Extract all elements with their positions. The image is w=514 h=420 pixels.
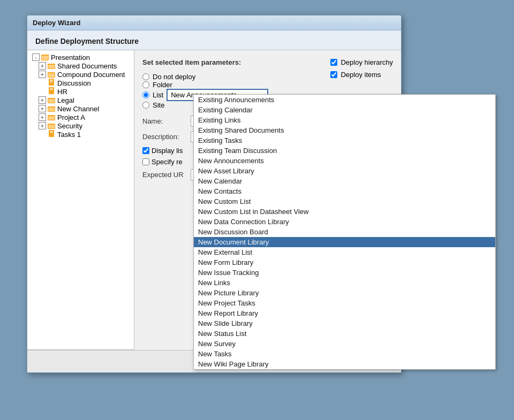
dropdown-option[interactable]: New External List: [194, 247, 495, 257]
dialog-heading: Define Deployment Structure: [35, 37, 393, 45]
dropdown-option[interactable]: New Project Tasks: [194, 298, 495, 308]
dropdown-option[interactable]: New Asset Library: [194, 166, 495, 176]
dropdown-option[interactable]: New Discussion Board: [194, 227, 495, 237]
dropdown-option[interactable]: New Contacts: [194, 186, 495, 196]
tree-item-hr[interactable]: HR: [48, 87, 131, 96]
project-a-icon: [47, 113, 56, 121]
heading-area: Define Deployment Structure: [27, 30, 401, 50]
tree-item-legal[interactable]: + Legal: [39, 96, 131, 104]
dropdown-option[interactable]: Existing Announcements: [194, 95, 495, 105]
svg-rect-18: [48, 99, 55, 103]
dropdown-option[interactable]: New Announcements: [194, 156, 495, 166]
dropdown-option[interactable]: New Status List: [194, 329, 495, 339]
right-panel: Set selected item parameters: Deploy hie…: [134, 50, 401, 350]
radio-folder-input[interactable]: [142, 81, 149, 88]
dropdown-option[interactable]: New Document Library: [194, 237, 495, 247]
dropdown-option[interactable]: New Form Library: [194, 257, 495, 268]
tree-item-project-a[interactable]: + Project A: [39, 113, 131, 121]
svg-rect-12: [50, 82, 52, 82]
tree-item-discussion[interactable]: Discussion: [48, 79, 131, 87]
expected-url-label: Expected UR: [142, 171, 191, 179]
tree-item-shared-docs[interactable]: + Shared Documents: [39, 62, 131, 70]
expand-compound[interactable]: +: [39, 71, 46, 78]
svg-rect-5: [48, 65, 55, 68]
legal-label: Legal: [57, 96, 74, 104]
dropdown-option[interactable]: New Wiki Page Library: [194, 359, 495, 369]
dropdown-option[interactable]: New Survey: [194, 339, 495, 349]
display-list-label: Display lis: [152, 147, 183, 155]
svg-rect-11: [50, 81, 53, 81]
dropdown-option[interactable]: New Tasks: [194, 349, 495, 359]
svg-rect-24: [48, 116, 55, 120]
tasks1-label: Tasks 1: [57, 131, 81, 139]
deploy-hierarchy-label: Deploy hierarchy: [341, 58, 393, 66]
project-a-label: Project A: [57, 113, 85, 121]
svg-rect-8: [48, 73, 55, 77]
new-channel-icon: [47, 104, 56, 113]
description-label: Description:: [142, 133, 191, 141]
radio-folder-label: Folder: [153, 81, 172, 89]
radio-site-input[interactable]: [142, 102, 149, 109]
svg-rect-10: [50, 80, 53, 80]
tree-root[interactable]: - Presentation: [32, 53, 131, 62]
specify-re-checkbox[interactable]: [142, 158, 149, 165]
tree-item-security[interactable]: + Security: [39, 121, 131, 130]
radio-no-deploy-label: Do not deploy: [153, 73, 195, 81]
root-expand[interactable]: -: [32, 54, 40, 61]
dropdown-option[interactable]: Existing Team Discussion: [194, 146, 495, 156]
dropdown-option[interactable]: Existing Tasks: [194, 135, 495, 146]
tree-panel: - Presentation + S: [27, 50, 134, 350]
dropdown-option[interactable]: New Calendar: [194, 176, 495, 186]
dropdown-option[interactable]: Existing Links: [194, 115, 495, 125]
radio-list-label: List: [153, 91, 163, 99]
dropdown-list: Existing AnnouncementsExisting CalendarE…: [193, 94, 496, 370]
hr-icon: [48, 87, 56, 96]
shared-docs-label: Shared Documents: [57, 62, 117, 70]
expand-security[interactable]: +: [39, 122, 46, 129]
dropdown-option[interactable]: New Picture Library: [194, 288, 495, 298]
radio-list-input[interactable]: [142, 91, 149, 98]
dropdown-option[interactable]: New Links: [194, 278, 495, 288]
root-label: Presentation: [51, 54, 90, 62]
name-label: Name:: [142, 117, 191, 125]
dropdown-option[interactable]: New Slide Library: [194, 318, 495, 329]
dropdown-option[interactable]: New Custom List in Datasheet View: [194, 207, 495, 217]
dropdown-option[interactable]: New Issue Tracking: [194, 268, 495, 278]
svg-rect-27: [48, 125, 55, 128]
svg-rect-13: [49, 87, 54, 94]
expand-legal[interactable]: +: [39, 96, 46, 104]
compound-icon: [47, 70, 56, 79]
svg-rect-15: [50, 89, 53, 90]
expand-project-a[interactable]: +: [39, 113, 46, 121]
dropdown-option[interactable]: New Custom List: [194, 196, 495, 207]
expand-shared-docs[interactable]: +: [39, 62, 46, 70]
deploy-items-checkbox[interactable]: [330, 71, 337, 78]
display-list-checkbox[interactable]: [142, 147, 149, 154]
svg-rect-2: [42, 56, 48, 60]
legal-icon: [47, 96, 56, 104]
expand-new-channel[interactable]: +: [39, 105, 46, 112]
radio-folder[interactable]: Folder: [142, 81, 393, 89]
dropdown-option[interactable]: New Data Connection Library: [194, 217, 495, 227]
tree-item-compound[interactable]: + Compound Document: [39, 70, 131, 79]
dropdown-option[interactable]: New Report Library: [194, 308, 495, 318]
deploy-hierarchy-row: Deploy hierarchy: [330, 58, 393, 66]
dropdown-option[interactable]: Existing Calendar: [194, 105, 495, 115]
tree-item-new-channel[interactable]: + New Channel: [39, 104, 131, 113]
deploy-hierarchy-checkbox[interactable]: [330, 59, 337, 66]
radio-no-deploy-input[interactable]: [142, 73, 149, 80]
hr-label: HR: [57, 88, 67, 96]
radio-site-label: Site: [153, 101, 164, 109]
dialog-title: Deploy Wizard: [33, 19, 80, 27]
svg-rect-29: [50, 131, 53, 132]
deploy-items-label: Deploy items: [341, 71, 381, 79]
deploy-checkboxes: Deploy hierarchy Deploy items: [330, 58, 393, 79]
specify-re-label: Specify re: [152, 158, 183, 166]
deploy-wizard-dialog: Deploy Wizard Define Deployment Structur…: [27, 15, 402, 373]
tree-item-tasks1[interactable]: Tasks 1: [48, 130, 131, 139]
svg-rect-30: [50, 132, 53, 133]
dropdown-option[interactable]: Existing Shared Documents: [194, 125, 495, 135]
security-icon: [47, 121, 56, 130]
svg-rect-28: [49, 130, 54, 137]
tasks1-icon: [48, 130, 56, 139]
